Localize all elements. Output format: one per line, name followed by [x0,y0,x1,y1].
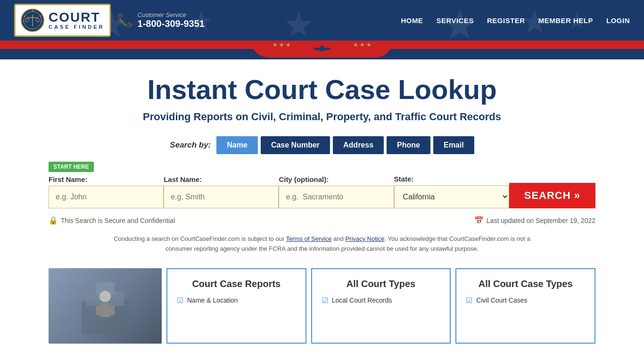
last-updated-text: Last updated on September 19, 2022 [487,217,595,224]
check-icon-3: ☑ [466,296,472,305]
card-title-court-types: All Court Types [322,279,441,289]
city-label: City (optional): [279,175,329,183]
last-name-input[interactable] [164,186,279,208]
card-title-reports: Court Case Reports [177,279,296,289]
card-item-civil-cases: ☑ Civil Court Cases [466,296,585,305]
ribbon: ★ ★ ★ ★ ★ ★ ★ [0,41,644,59]
card-item-label-1: Name & Location [187,296,238,304]
site-header: ★ ★ ★ ★ ★ ★ ★ ★ ★ ★ ★ [0,0,644,41]
svg-text:★: ★ [22,21,24,23]
logo-text: COURT CASE FINDER [49,11,105,30]
tab-address[interactable]: Address [333,136,384,154]
svg-text:★: ★ [39,15,41,17]
start-here-badge: START HERE [49,162,94,172]
tab-case-number[interactable]: Case Number [261,136,330,154]
first-name-field-group: First Name: [49,175,164,208]
tab-phone[interactable]: Phone [387,136,430,154]
state-label: State: [394,175,414,183]
search-button[interactable]: SEARCH » [509,183,595,208]
bottom-section: Court Case Reports ☑ Name & Location All… [39,268,605,344]
form-fields: First Name: Last Name: City (optional): … [49,175,595,208]
nav-login[interactable]: LOGIN [606,16,630,25]
svg-rect-20 [96,306,101,315]
logo-emblem-icon: ★ ★ ★ ★ ★ [20,8,45,33]
card-item-label-2: Local Court Records [332,296,392,304]
calendar-icon: 📅 [474,216,484,225]
disclaimer-text-middle: and [331,235,345,242]
all-court-case-types-card: All Court Case Types ☑ Civil Court Cases [455,268,595,344]
disclaimer-text-before: Conducting a search on CourtCaseFinder.c… [114,235,286,242]
privacy-link[interactable]: Privacy Notice [345,235,384,242]
card-item-name-location: ☑ Name & Location [177,296,296,305]
first-name-input[interactable] [49,186,164,208]
svg-text:★: ★ [32,9,34,12]
cs-phone: 1-800-309-9351 [138,18,205,29]
nav-register[interactable]: REGISTER [487,16,525,25]
phone-icon: 📞 [116,13,133,28]
last-name-label: Last Name: [164,175,202,183]
cs-label: Customer Service [138,11,205,18]
page-title: Instant Court Case Lookup [9,74,635,105]
secure-text: This Search is Secure and Confidential [61,217,175,224]
page-subtitle: Providing Reports on Civil, Criminal, Pr… [9,111,635,123]
search-by-label: Search by: [170,140,211,150]
search-form-area: START HERE First Name: Last Name: City (… [49,162,595,208]
logo-box: ★ ★ ★ ★ ★ COURT CASE FINDER [14,4,111,37]
cs-text: Customer Service 1-800-309-9351 [138,11,205,29]
secure-left: 🔒 This Search is Secure and Confidential [49,216,175,225]
check-icon-2: ☑ [322,296,328,305]
tab-email[interactable]: Email [433,136,474,154]
state-field-group: State: AlabamaAlaskaArizonaArkansasCalif… [394,175,509,208]
all-court-types-card: All Court Types ☑ Local Court Records [311,268,451,344]
court-case-reports-card: Court Case Reports ☑ Name & Location [166,268,306,344]
logo-court-label: COURT [49,11,100,24]
bottom-image [49,268,162,344]
svg-rect-19 [100,303,110,317]
nav-member-help[interactable]: MEMBER HELP [538,16,593,25]
state-select[interactable]: AlabamaAlaskaArizonaArkansasCaliforniaCo… [394,185,509,208]
main-navigation: HOME SERVICES REGISTER MEMBER HELP LOGIN [401,16,630,25]
search-by-row: Search by: Name Case Number Address Phon… [9,136,635,154]
svg-point-18 [99,291,111,302]
secure-right: 📅 Last updated on September 19, 2022 [474,216,595,225]
customer-service: 📞 Customer Service 1-800-309-9351 [116,11,205,29]
city-input[interactable] [279,186,394,208]
first-name-label: First Name: [49,175,88,183]
last-name-field-group: Last Name: [164,175,279,208]
svg-text:★: ★ [41,21,43,23]
court-image-placeholder [49,268,162,344]
tos-link[interactable]: Terms of Service [286,235,332,242]
disclaimer: Conducting a search on CourtCaseFinder.c… [110,234,534,254]
svg-rect-21 [109,306,115,315]
main-content: Instant Court Case Lookup Providing Repo… [0,59,644,353]
secure-row: 🔒 This Search is Secure and Confidential… [49,216,595,225]
card-title-case-types: All Court Case Types [466,279,585,289]
nav-services[interactable]: SERVICES [436,16,474,25]
check-icon-1: ☑ [177,296,183,305]
card-item-local-records: ☑ Local Court Records [322,296,441,305]
tab-name[interactable]: Name [216,136,258,154]
logo-case-finder-label: CASE FINDER [49,24,105,30]
lock-icon: 🔒 [49,216,58,225]
nav-home[interactable]: HOME [401,16,423,25]
svg-text:★: ★ [24,15,26,17]
city-field-group: City (optional): [279,175,394,208]
logo-area: ★ ★ ★ ★ ★ COURT CASE FINDER 📞 Custom [14,4,205,37]
card-item-label-3: Civil Court Cases [476,296,527,304]
ribbon-stars: ★ ★ ★ ★ ★ ★ ★ [0,41,644,48]
